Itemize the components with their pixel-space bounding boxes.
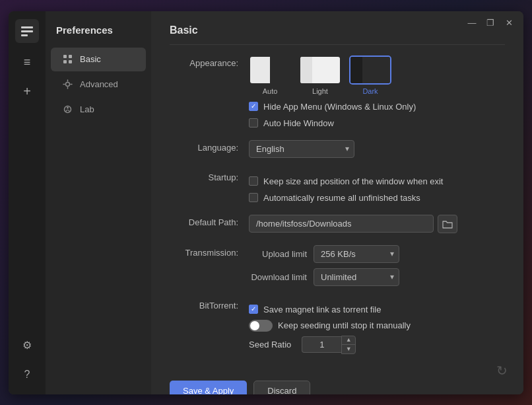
- auto-resume-checkbox[interactable]: [249, 193, 258, 202]
- transmission-content: Upload limit 256 KB/s 64 KB/s 128 KB/s 5…: [249, 245, 505, 286]
- theme-dark-thumb: [349, 55, 391, 85]
- add-icon: +: [23, 84, 31, 99]
- svg-rect-0: [21, 26, 33, 28]
- default-path-row: Default Path:: [170, 215, 505, 233]
- theme-light[interactable]: Light: [299, 55, 341, 95]
- language-row: Language: English Chinese French: [170, 140, 505, 158]
- sidebar-item-advanced[interactable]: Advanced: [51, 73, 146, 96]
- keep-seeding-row: Keep seeding until stop it manually: [249, 320, 505, 332]
- default-path-content: [249, 215, 505, 233]
- icon-strip: ≡ + ⚙ ?: [9, 11, 46, 394]
- theme-dark[interactable]: Dark: [349, 55, 391, 95]
- menu-icon: ≡: [24, 55, 31, 69]
- theme-auto-thumb: [249, 55, 291, 85]
- spin-down-button[interactable]: ▼: [342, 345, 355, 353]
- spin-arrows: ▲ ▼: [341, 336, 356, 354]
- upload-limit-select[interactable]: 256 KB/s 64 KB/s 128 KB/s 512 KB/s Unlim…: [314, 245, 399, 263]
- transmission-label: Transmission:: [170, 245, 249, 258]
- sidebar-item-advanced-label: Advanced: [80, 79, 118, 89]
- download-limit-select[interactable]: Unlimited 64 KB/s 128 KB/s 256 KB/s 512 …: [314, 268, 399, 286]
- svg-rect-6: [69, 60, 72, 63]
- upload-limit-label: Upload limit: [249, 249, 307, 259]
- keep-seeding-toggle[interactable]: [249, 320, 273, 332]
- lab-icon: [61, 104, 73, 116]
- language-content: English Chinese French: [249, 140, 505, 158]
- bittorrent-label: BitTorrent:: [170, 298, 249, 311]
- download-select-wrapper: Unlimited 64 KB/s 128 KB/s 256 KB/s 512 …: [314, 268, 399, 286]
- auto-hide-window-checkbox[interactable]: [249, 118, 258, 128]
- refresh-icon[interactable]: ↻: [496, 363, 508, 379]
- seed-ratio-row: Seed Ratio ▲ ▼: [249, 336, 505, 354]
- language-select[interactable]: English Chinese French: [249, 140, 354, 158]
- auto-hide-window-row: Auto Hide Window: [249, 118, 505, 128]
- theme-auto[interactable]: Auto: [249, 55, 291, 95]
- svg-rect-3: [63, 55, 67, 58]
- add-button[interactable]: +: [15, 80, 39, 104]
- bittorrent-content: Save magnet link as torrent file Keep se…: [249, 298, 505, 354]
- hide-app-menu-row: Hide App Menu (Windows & Linux Only): [249, 102, 505, 112]
- spin-up-button[interactable]: ▲: [342, 336, 355, 345]
- download-limit-row: Download limit Unlimited 64 KB/s 128 KB/…: [249, 268, 505, 286]
- titlebar: — ❐ ✕: [457, 11, 523, 35]
- seed-ratio-spinbox: ▲ ▼: [302, 336, 356, 354]
- appearance-label: Appearance:: [170, 55, 249, 68]
- default-path-input[interactable]: [249, 215, 434, 233]
- sidebar-item-basic[interactable]: Basic: [51, 48, 146, 71]
- auto-resume-label: Automatically resume all unfinished task…: [263, 193, 420, 203]
- maximize-button[interactable]: ❐: [484, 17, 497, 30]
- svg-rect-5: [63, 60, 67, 63]
- hide-app-menu-checkbox[interactable]: [249, 102, 258, 111]
- keep-seeding-label: Keep seeding until stop it manually: [278, 320, 411, 330]
- sidebar-item-lab[interactable]: Lab: [51, 98, 146, 122]
- minimize-button[interactable]: —: [465, 17, 479, 30]
- appearance-content: Auto Light Dark: [249, 55, 505, 128]
- download-limit-label: Download limit: [249, 272, 307, 282]
- seed-ratio-label: Seed Ratio: [249, 340, 291, 350]
- seed-ratio-input[interactable]: [302, 336, 341, 353]
- auto-hide-window-label: Auto Hide Window: [263, 118, 334, 128]
- svg-rect-4: [69, 55, 72, 58]
- sidebar-title: Preferences: [46, 19, 151, 46]
- appearance-row: Appearance: Auto Li: [170, 55, 505, 128]
- theme-light-label: Light: [312, 87, 328, 95]
- startup-label: Startup:: [170, 170, 249, 182]
- folder-browse-button[interactable]: [438, 215, 457, 233]
- transmission-row: Transmission: Upload limit 256 KB/s 64 K…: [170, 245, 505, 286]
- sidebar-item-lab-label: Lab: [80, 104, 94, 114]
- basic-icon: [61, 54, 73, 65]
- theme-dark-label: Dark: [362, 87, 378, 95]
- bittorrent-row: BitTorrent: Save magnet link as torrent …: [170, 298, 505, 354]
- startup-content: Keep size and position of the window whe…: [249, 170, 505, 203]
- default-path-label: Default Path:: [170, 215, 249, 227]
- app-logo: [15, 19, 39, 43]
- menu-button[interactable]: ≡: [15, 51, 39, 75]
- discard-button[interactable]: Discard: [253, 381, 310, 394]
- keep-size-row: Keep size and position of the window whe…: [249, 176, 505, 186]
- theme-light-thumb: [299, 55, 341, 85]
- language-select-wrapper: English Chinese French: [249, 140, 354, 158]
- svg-rect-2: [21, 34, 28, 36]
- auto-resume-row: Automatically resume all unfinished task…: [249, 193, 505, 203]
- transmission-rows: Upload limit 256 KB/s 64 KB/s 128 KB/s 5…: [249, 245, 505, 286]
- close-button[interactable]: ✕: [502, 17, 515, 30]
- startup-row: Startup: Keep size and position of the w…: [170, 170, 505, 203]
- theme-options: Auto Light Dark: [249, 55, 505, 95]
- save-magnet-checkbox[interactable]: [249, 305, 258, 314]
- help-button[interactable]: ?: [15, 363, 39, 387]
- hide-app-menu-label: Hide App Menu (Windows & Linux Only): [263, 102, 416, 112]
- save-apply-button[interactable]: Save & Apply: [170, 381, 247, 394]
- save-magnet-label: Save magnet link as torrent file: [263, 305, 381, 314]
- keep-size-checkbox[interactable]: [249, 176, 258, 186]
- advanced-icon: [61, 79, 73, 91]
- help-icon: ?: [24, 369, 30, 381]
- light-thumb-bg: [300, 57, 340, 83]
- path-input-group: [249, 215, 505, 233]
- bottom-bar: Save & Apply Discard: [170, 370, 505, 394]
- page-title: Basic: [170, 24, 505, 45]
- keep-size-label: Keep size and position of the window whe…: [263, 176, 443, 186]
- theme-auto-label: Auto: [263, 87, 278, 95]
- dark-thumb-bg: [350, 57, 390, 83]
- settings-button[interactable]: ⚙: [15, 334, 39, 357]
- nav-sidebar: Preferences Basic Advanced Lab: [46, 11, 151, 394]
- main-content: — ❐ ✕ Basic Appearance: Auto: [151, 11, 523, 394]
